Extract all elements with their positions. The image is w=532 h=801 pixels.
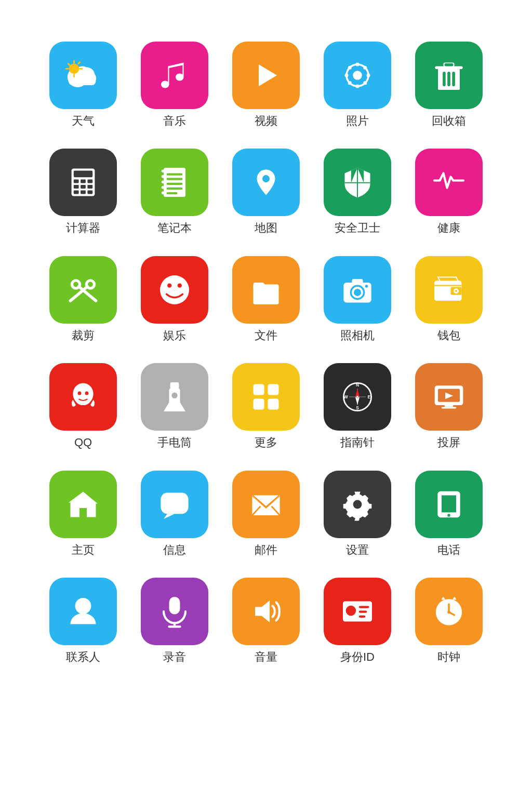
- svg-rect-38: [74, 191, 79, 194]
- app-label-photos: 照片: [346, 114, 369, 128]
- svg-point-118: [346, 606, 356, 616]
- app-label-scissors: 裁剪: [72, 329, 95, 342]
- app-item-recycle[interactable]: 回收箱: [408, 42, 489, 128]
- app-item-camera[interactable]: 照相机: [317, 256, 398, 342]
- app-item-photos[interactable]: 照片: [317, 42, 398, 128]
- app-label-more: 更多: [255, 436, 277, 449]
- app-label-video: 视频: [255, 114, 277, 128]
- svg-rect-119: [359, 606, 369, 608]
- app-icon-idcard: [324, 578, 391, 645]
- app-item-idcard[interactable]: 身份ID: [317, 578, 398, 664]
- app-label-notebook: 笔记本: [157, 221, 192, 235]
- app-label-idcard: 身份ID: [340, 650, 375, 664]
- app-item-map[interactable]: 地图: [225, 149, 307, 235]
- app-label-calculator: 计算器: [66, 221, 100, 235]
- svg-point-52: [262, 175, 270, 182]
- app-item-health[interactable]: 健康: [408, 149, 489, 235]
- svg-point-5: [69, 64, 79, 74]
- app-item-recorder[interactable]: 录音: [134, 578, 215, 664]
- app-item-scissors[interactable]: 裁剪: [43, 256, 124, 342]
- svg-rect-42: [167, 173, 183, 176]
- svg-point-67: [354, 289, 361, 296]
- app-item-qq[interactable]: QQ: [43, 363, 124, 449]
- app-icon-music: [141, 42, 208, 109]
- svg-rect-48: [162, 175, 165, 178]
- svg-rect-102: [161, 492, 188, 514]
- svg-rect-121: [359, 616, 366, 618]
- svg-rect-40: [87, 191, 92, 194]
- app-icon-wallet: [415, 256, 483, 324]
- svg-point-22: [363, 81, 367, 85]
- app-item-flashlight[interactable]: 手电筒: [134, 363, 215, 449]
- app-icon-qq: [49, 363, 117, 431]
- app-item-settings[interactable]: 设置: [317, 471, 398, 557]
- svg-point-17: [345, 74, 349, 77]
- svg-marker-116: [255, 600, 270, 622]
- app-icon-more: [232, 363, 300, 431]
- app-grid: 天气 音乐 视频 照片: [43, 42, 489, 664]
- app-item-phone[interactable]: 电话: [408, 471, 489, 557]
- app-item-contacts[interactable]: 联系人: [43, 578, 124, 664]
- app-label-clock: 时钟: [437, 650, 460, 664]
- app-item-clock[interactable]: 时钟: [408, 578, 489, 664]
- app-item-volume[interactable]: 音量: [225, 578, 307, 664]
- app-label-flashlight: 手电筒: [157, 436, 192, 449]
- svg-rect-25: [447, 72, 450, 86]
- app-label-home: 主页: [72, 543, 95, 557]
- app-item-compass[interactable]: N S W E 指南针: [317, 363, 398, 449]
- app-label-health: 健康: [437, 221, 460, 235]
- svg-line-10: [68, 64, 70, 65]
- svg-point-16: [356, 85, 360, 88]
- app-item-weather[interactable]: 天气: [43, 42, 124, 128]
- svg-rect-50: [162, 186, 165, 189]
- svg-rect-78: [170, 382, 179, 389]
- app-item-notebook[interactable]: 笔记本: [134, 149, 215, 235]
- app-label-screencast: 投屏: [437, 436, 460, 449]
- app-item-wallet[interactable]: 钱包: [408, 256, 489, 342]
- svg-rect-43: [167, 178, 183, 180]
- svg-rect-99: [442, 407, 456, 409]
- app-icon-flashlight: [141, 363, 208, 431]
- app-item-entertainment[interactable]: 娱乐: [134, 256, 215, 342]
- svg-point-14: [354, 72, 361, 79]
- app-item-screencast[interactable]: 投屏: [408, 363, 489, 449]
- app-label-map: 地图: [255, 221, 277, 235]
- svg-point-20: [363, 66, 367, 70]
- app-label-recorder: 录音: [163, 650, 186, 664]
- svg-point-112: [75, 598, 91, 614]
- svg-text:E: E: [368, 394, 371, 399]
- app-label-weather: 天气: [72, 114, 95, 128]
- app-icon-home: [49, 471, 117, 538]
- app-label-settings: 设置: [346, 543, 369, 557]
- app-icon-weather: [49, 42, 117, 109]
- svg-rect-33: [81, 180, 86, 183]
- app-item-files[interactable]: 文件: [225, 256, 307, 342]
- app-label-security: 安全卫士: [335, 221, 380, 235]
- svg-rect-83: [254, 399, 264, 410]
- svg-point-69: [365, 285, 368, 288]
- app-icon-photos: [324, 42, 391, 109]
- svg-point-110: [353, 500, 362, 509]
- app-icon-notebook: [141, 149, 208, 216]
- svg-rect-47: [162, 170, 165, 173]
- svg-line-11: [78, 62, 80, 64]
- app-item-mail[interactable]: 邮件: [225, 471, 307, 557]
- app-icon-scissors: [49, 256, 117, 324]
- svg-rect-29: [445, 63, 454, 66]
- svg-rect-68: [352, 279, 363, 284]
- svg-point-19: [348, 66, 352, 70]
- app-item-more[interactable]: 更多: [225, 363, 307, 449]
- svg-rect-46: [167, 192, 178, 194]
- svg-rect-36: [81, 185, 86, 189]
- app-item-security[interactable]: 安全卫士: [317, 149, 398, 235]
- app-item-video[interactable]: 视频: [225, 42, 307, 128]
- app-item-calculator[interactable]: 计算器: [43, 149, 124, 235]
- app-icon-security: [324, 149, 391, 216]
- svg-text:W: W: [344, 394, 348, 399]
- svg-rect-35: [74, 185, 79, 189]
- app-item-home[interactable]: 主页: [43, 471, 124, 557]
- app-item-music[interactable]: 音乐: [134, 42, 215, 128]
- svg-point-73: [455, 290, 457, 292]
- app-icon-clock: [415, 578, 483, 645]
- app-item-messages[interactable]: 信息: [134, 471, 215, 557]
